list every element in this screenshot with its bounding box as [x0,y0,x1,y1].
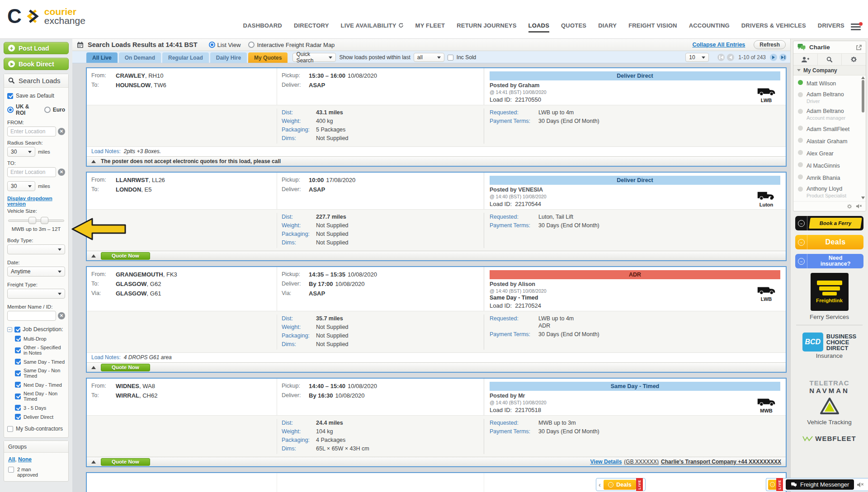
slider-handle-max[interactable] [41,217,48,224]
list-view-radio[interactable] [209,42,215,48]
load-card[interactable]: From:GRANGEMOUTH, FK3 To:GLASGOW, G62 Vi… [86,266,787,373]
scroll-up-icon[interactable] [861,76,865,79]
clear-from-icon[interactable]: ✕ [58,128,65,135]
contact-row[interactable]: Amrik Bhania [793,171,866,183]
date-select[interactable]: Anytime [7,267,65,276]
radar-view-radio[interactable] [248,42,255,48]
nav-quotes[interactable]: QUOTES [561,22,586,33]
freight-type-select[interactable] [7,289,65,299]
contact-scrollbar[interactable] [861,75,865,201]
refresh-button[interactable]: Refresh [754,40,786,49]
member-name-input[interactable] [7,311,56,321]
messenger-settings-button[interactable] [842,54,866,65]
deals-mini-button[interactable]: → [768,480,776,490]
courier-exchange-logo[interactable]: C courier exchange [7,6,85,26]
load-card-partial[interactable]: View Details (GB XXXXXX) Charlie's Trans… [86,472,787,492]
page-size-select[interactable]: 10 [685,53,709,62]
my-company-section[interactable]: My Company [793,66,866,75]
load-card[interactable]: From:CRAWLEY, RH10 To:HOUNSLOW, TW6 Pick… [86,67,787,167]
last-page-button[interactable] [779,54,787,61]
uk-roi-radio[interactable] [7,107,14,113]
body-type-select[interactable] [7,244,65,254]
mute-speaker-icon[interactable] [856,204,862,209]
collapse-left-icon[interactable]: ‹ [599,481,601,488]
freight-messenger-button[interactable]: Freight Messenger [786,479,854,490]
load-card[interactable]: From:LLANRWST, LL26 To:LONDON, E5 Pickup… [86,172,787,261]
posted-within-select[interactable]: all [414,53,444,62]
inc-sold-checkbox[interactable] [448,55,453,61]
contact-row[interactable]: Adam SmallFleet [793,122,866,135]
collapse-all-entries-link[interactable]: Collapse All Entries [692,42,745,48]
collapse-entry-icon[interactable] [91,460,96,464]
prev-page-button[interactable] [727,54,734,61]
gear-icon[interactable] [847,204,852,209]
contact-row[interactable]: Matt Wilson [793,77,866,89]
quote-now-button[interactable]: Quote Now [101,458,150,466]
collapse-entry-icon[interactable] [91,366,96,369]
save-default-checkbox[interactable] [7,93,13,99]
contact-row[interactable]: Adam BeltranoDriver [793,89,866,106]
post-load-button[interactable]: + Post Load [4,42,69,54]
contact-row[interactable]: Al MacGinnis [793,159,866,171]
next-page-button[interactable] [770,54,777,61]
quote-now-button[interactable]: Quote Now [101,364,150,371]
company-link[interactable]: Charlie's Transport Company +44 XXXXXXXX… [661,459,781,465]
nav-freight-vision[interactable]: FREIGHT VISION [628,22,677,33]
slider-track[interactable] [8,220,64,222]
my-subcontractors-checkbox[interactable] [7,426,13,432]
tab-all-live[interactable]: All Live [86,52,118,63]
from-location-input[interactable] [7,127,56,136]
collapse-entry-icon[interactable] [91,254,96,258]
contact-row[interactable]: Alex Grear [793,147,866,159]
nav-diary[interactable]: DIARY [598,22,617,33]
nav-drivers-vehicles[interactable]: DRIVERS & VEHICLES [741,22,806,33]
add-contact-button[interactable] [793,54,818,65]
search-contacts-button[interactable] [818,54,842,65]
nav-drivers[interactable]: DRIVERS [818,22,844,33]
next-day-timed-checkbox[interactable] [15,382,21,388]
display-dropdown-version-link[interactable]: Display dropdown version [7,196,65,206]
nav-accounting[interactable]: ACCOUNTING [689,22,730,33]
contact-row[interactable]: Anthony LloydProduct Specialist [793,183,866,200]
deals-banner[interactable]: → Deals [795,235,863,249]
nav-live-availability[interactable]: LIVE AVAILABILITY [341,22,404,33]
clear-to-icon[interactable]: ✕ [58,169,65,176]
collapse-job-description-icon[interactable]: − [7,327,12,332]
slider-handle-min[interactable] [28,217,36,224]
insurance-banner[interactable]: → Needinsurance? [795,254,863,268]
nav-directory[interactable]: DIRECTORY [294,22,329,33]
scroll-down-icon[interactable] [861,197,865,199]
same-day-non-timed-checkbox[interactable] [15,370,21,376]
quote-now-button[interactable]: Quote Now [101,252,150,260]
same-day-timed-checkbox[interactable] [15,359,21,365]
teletrac-navman-logo[interactable]: TELETRAC NAVMAN [795,379,863,417]
next-day-non-timed-checkbox[interactable] [15,394,21,399]
nav-loads[interactable]: LOADS [528,22,550,33]
deals-float-button[interactable]: → Deals [604,480,636,490]
tab-daily-hire[interactable]: Daily Hire [210,52,247,63]
other-specified-checkbox[interactable] [15,347,21,353]
bcd-logo[interactable]: BCD BUSINESS CHOICE DIRECT [795,333,863,351]
nav-dashboard[interactable]: DASHBOARD [243,22,282,33]
deliver-direct-checkbox[interactable] [15,414,21,420]
mute-speaker-icon[interactable] [857,482,864,487]
contact-row[interactable]: Adam BeltranoAccount manager [793,106,866,122]
from-radius-select[interactable]: 30 [7,147,35,157]
book-a-ferry-banner[interactable]: → Book a Ferry [795,216,863,230]
view-details-link[interactable]: View Details [590,459,622,465]
contact-row[interactable]: Alastair Graham [793,135,866,147]
multi-drop-checkbox[interactable] [15,336,21,342]
quick-search-select[interactable]: Quick Search [292,53,336,62]
tab-on-demand[interactable]: On Demand [119,52,161,63]
nav-return-journeys[interactable]: RETURN JOURNEYS [457,22,516,33]
euro-radio[interactable] [44,107,51,113]
collapse-entry-icon[interactable] [91,160,96,163]
book-direct-button[interactable]: ▶ Book Direct [4,58,69,70]
three-five-days-checkbox[interactable] [15,405,21,411]
two-man-approved-checkbox[interactable] [8,467,14,473]
hamburger-menu-icon[interactable] [851,23,861,31]
to-location-input[interactable] [7,167,56,177]
load-card[interactable]: From:WIDNES, WA8 To:WIRRAL, CH62 Pickup:… [86,378,787,467]
webfleet-logo[interactable]: WEBFLEET [795,435,863,442]
scrollbar-thumb[interactable] [862,80,864,112]
